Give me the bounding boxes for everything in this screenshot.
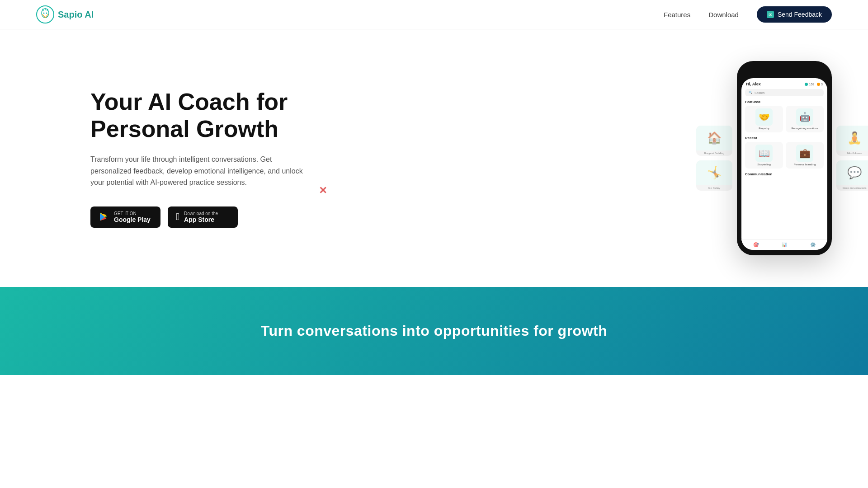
recent-cards: 📖 Storytelling 💼 Personal branding	[741, 142, 827, 171]
apple-icon: 	[176, 211, 179, 223]
hero-title: Your AI Coach for Personal Growth	[90, 89, 344, 143]
hero-left: Your AI Coach for Personal Growth Transf…	[90, 89, 344, 227]
featured-label: Featured	[741, 99, 827, 106]
svg-point-6	[46, 13, 47, 14]
send-feedback-button[interactable]: ✉ Send Feedback	[757, 6, 832, 23]
nav-train-icon: 🎯	[753, 242, 759, 247]
message-icon: ✉	[767, 11, 774, 18]
phone-card-emotions: 🤖 Recognizing emotions	[786, 106, 824, 132]
google-play-button[interactable]: GET IT ON Google Play	[90, 206, 160, 228]
nav-links: Features Download ✉ Send Feedback	[664, 6, 832, 23]
navbar: Sapio AI Features Download ✉ Send Feedba…	[0, 0, 868, 29]
side-card-right-1: 🧘 Mindfulness	[836, 126, 868, 156]
hero-section: Your AI Coach for Personal Growth Transf…	[0, 29, 868, 287]
side-card-left-2: 🤸 Go Funny	[696, 160, 732, 191]
svg-point-5	[43, 13, 45, 14]
phone-screen: Hi, Alex 168 3 🔍 Sea	[741, 78, 827, 250]
phone-notch	[766, 66, 802, 75]
phone-card-branding: 💼 Personal branding	[786, 142, 824, 169]
phone-card-empathy: 🤝 Empathy	[745, 106, 783, 132]
bottom-section: Turn conversations into opportunities fo…	[0, 287, 868, 375]
recent-label: Recent	[741, 135, 827, 142]
logo-text: Sapio AI	[58, 9, 94, 20]
hero-right: 🏠 Rapport Building 🤸 Go Funny Hi, Alex 1…	[737, 61, 832, 255]
download-link[interactable]: Download	[708, 11, 739, 19]
phone-card-storytelling: 📖 Storytelling	[745, 142, 783, 169]
bottom-title: Turn conversations into opportunities fo…	[261, 323, 608, 339]
hero-subtitle: Transform your life through intelligent …	[90, 154, 307, 188]
app-store-button[interactable]:  Download on the App Store	[168, 206, 238, 228]
nav-settings-icon: ⚙️	[810, 242, 816, 247]
phone-search: 🔍 Search	[745, 89, 824, 96]
side-card-right-2: 💬 Deep conversations	[836, 160, 868, 191]
store-buttons: GET IT ON Google Play  Download on the …	[90, 206, 344, 228]
logo[interactable]: Sapio AI	[36, 5, 94, 23]
phone-header: Hi, Alex 168 3	[741, 78, 827, 88]
app-store-text: Download on the App Store	[184, 211, 218, 223]
left-side-cards: 🏠 Rapport Building 🤸 Go Funny	[696, 126, 732, 191]
right-side-cards: 🧘 Mindfulness 💬 Deep conversations	[836, 126, 868, 191]
featured-cards: 🤝 Empathy 🤖 Recognizing emotions	[741, 106, 827, 135]
google-play-text: GET IT ON Google Play	[114, 211, 151, 223]
phone-greeting: Hi, Alex	[746, 82, 761, 86]
decorative-x: ✕	[319, 185, 327, 197]
phone-bottom-nav: 🎯 📊 ⚙️	[741, 239, 827, 250]
side-card-left-1: 🏠 Rapport Building	[696, 126, 732, 156]
communication-label: Communication	[741, 171, 827, 178]
logo-icon	[36, 5, 54, 23]
nav-stats-icon: 📊	[782, 242, 787, 247]
phone-stats: 168 3	[805, 83, 823, 86]
phone-mockup: Hi, Alex 168 3 🔍 Sea	[737, 61, 832, 255]
google-play-icon	[99, 211, 109, 222]
features-link[interactable]: Features	[664, 11, 690, 19]
